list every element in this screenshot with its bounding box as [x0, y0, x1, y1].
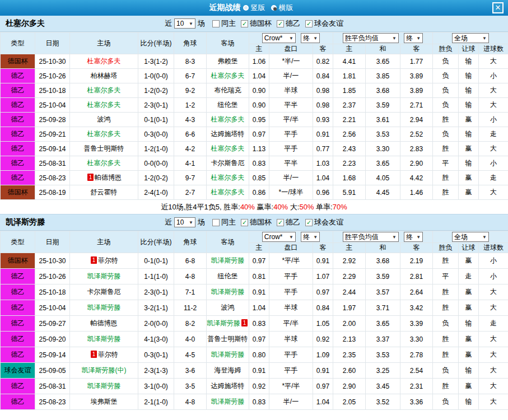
home-team-name[interactable]: 杜塞尔多夫 [87, 101, 121, 109]
away-team-name[interactable]: 凯泽斯劳滕 [211, 351, 245, 358]
euro-draw-odds: 3.53 [366, 347, 400, 363]
checkbox-checked-icon[interactable]: ✓ [241, 20, 248, 27]
checkbox-checked-icon[interactable]: ✓ [305, 219, 313, 226]
close-icon[interactable]: ✕ [492, 2, 504, 13]
home-team-name[interactable]: 普鲁士明斯特 [84, 144, 124, 152]
league-badge: 德乙 [1, 394, 35, 410]
filter-checkbox[interactable]: 同主 [212, 217, 236, 227]
away-team-name[interactable]: 达姆施塔特 [211, 130, 245, 138]
checkbox-checked-icon[interactable]: ✓ [277, 219, 284, 226]
match-date: 25-10-30 [35, 54, 70, 69]
away-team-name[interactable]: 弗赖堡 [218, 57, 238, 65]
home-team-name[interactable]: 凯泽斯劳滕(中) [82, 366, 127, 374]
result-goals: 大 [479, 83, 508, 98]
away-team-name[interactable]: 海登海姆 [215, 366, 241, 374]
home-team-name[interactable]: 杜塞尔多夫 [87, 86, 121, 94]
result-handicap: 赢 [459, 347, 479, 363]
home-team-name[interactable]: 波鸿 [97, 115, 111, 123]
away-team-name[interactable]: 布伦瑞克 [215, 86, 241, 94]
away-team-name[interactable]: 杜塞尔多夫 [211, 144, 245, 152]
subcol-handicap: 盘口 [269, 243, 313, 253]
asian-home-odds: 1.13 [249, 142, 269, 156]
home-team-name[interactable]: 帕德博恩 [95, 174, 122, 181]
away-team-cell: 卡尔斯鲁厄 [207, 156, 249, 171]
subcol-euro-away: 客 [400, 243, 433, 253]
home-team-name[interactable]: 凯泽斯劳滕 [87, 382, 121, 390]
home-team-cell: 柏林赫塔 [70, 69, 138, 83]
vertical-layout-radio[interactable] [243, 5, 249, 11]
final-odds-select[interactable]: 终▼ [301, 232, 320, 242]
wdl-mean-select[interactable]: 胜平负均值▼ [343, 33, 399, 43]
home-team-name[interactable]: 杜塞尔多夫 [87, 57, 121, 65]
away-team-name[interactable]: 凯泽斯劳滕 [207, 319, 240, 327]
home-team-name[interactable]: 凯泽斯劳滕 [87, 304, 121, 311]
checkbox-unchecked-icon[interactable] [212, 219, 220, 226]
home-team-cell: 凯泽斯劳滕 [70, 300, 138, 316]
home-team-name[interactable]: 菲尔特 [98, 256, 118, 264]
home-team-name[interactable]: 杜塞尔多夫 [87, 130, 121, 138]
filter-checkbox[interactable]: ✓球会友谊 [305, 18, 343, 29]
filter-checkbox[interactable]: ✓德国杯 [241, 18, 272, 29]
away-team-name[interactable]: 凯泽斯劳滕 [211, 256, 245, 264]
home-team-name[interactable]: 菲尔特 [98, 351, 118, 358]
match-row: 德乙 25-08-23 1帕德博恩 1-2(0-2) 9-7 杜塞尔多夫 0.8… [1, 171, 508, 185]
away-team-name[interactable]: 卡尔斯鲁厄 [211, 159, 245, 167]
match-row: 德乙 25-10-18 卡尔斯鲁厄 2-3(0-1) 7-1 凯泽斯劳滕 0.9… [1, 284, 508, 300]
away-team-name[interactable]: 波鸿 [221, 304, 235, 311]
filter-checkbox[interactable]: ✓球会友谊 [305, 217, 343, 227]
horizontal-layout-radio[interactable] [271, 5, 277, 11]
result-handicap: 输 [459, 54, 479, 69]
checkbox-checked-icon[interactable]: ✓ [305, 20, 313, 27]
odds-company-select[interactable]: Crow*▼ [262, 33, 296, 43]
games-count-select[interactable]: 10▼ [174, 217, 195, 227]
final-odds-select-2[interactable]: 终▼ [404, 33, 423, 43]
games-count-select[interactable]: 10▼ [174, 18, 195, 29]
result-handicap: 输 [459, 127, 479, 142]
full-match-select[interactable]: 全场▼ [452, 33, 489, 43]
home-team-name[interactable]: 埃弗斯堡 [91, 398, 118, 405]
score: 2-3(0-1) [138, 98, 174, 113]
home-team-name[interactable]: 凯泽斯劳滕 [87, 272, 121, 280]
checkbox-unchecked-icon[interactable] [212, 20, 220, 27]
final-odds-select[interactable]: 终▼ [301, 33, 320, 43]
away-team-name[interactable]: 凯泽斯劳滕 [211, 398, 245, 405]
asian-away-odds: 0.84 [313, 69, 333, 83]
checkbox-checked-icon[interactable]: ✓ [277, 20, 284, 27]
away-team-name[interactable]: 普鲁士明斯特 [208, 335, 248, 343]
away-team-name[interactable]: 纽伦堡 [218, 272, 238, 280]
chevron-down-icon: ▼ [313, 235, 318, 240]
filter-checkbox[interactable]: ✓德乙 [277, 217, 300, 227]
vertical-layout-label[interactable]: 竖版 [251, 3, 265, 13]
full-match-select[interactable]: 全场▼ [452, 232, 489, 242]
score: 2-4(1-0) [138, 185, 174, 200]
away-team-name[interactable]: 杜塞尔多夫 [211, 174, 245, 181]
away-team-name[interactable]: 纽伦堡 [218, 101, 238, 109]
home-team-name[interactable]: 卡尔斯鲁厄 [87, 288, 121, 296]
final-odds-select-2[interactable]: 终▼ [404, 232, 423, 242]
home-team-name[interactable]: 舒云霍特 [91, 188, 118, 196]
horizontal-layout-label[interactable]: 横版 [279, 3, 293, 13]
away-team-name[interactable]: 杜塞尔多夫 [211, 72, 245, 80]
match-date: 25-09-05 [35, 363, 70, 379]
home-team-name[interactable]: 帕德博恩 [91, 319, 118, 327]
filter-checkbox[interactable]: ✓德国杯 [241, 217, 272, 227]
filter-checkbox[interactable]: ✓德乙 [277, 18, 300, 29]
home-team-name[interactable]: 凯泽斯劳滕 [87, 335, 121, 343]
away-team-name[interactable]: 杜塞尔多夫 [211, 115, 245, 123]
checkbox-checked-icon[interactable]: ✓ [241, 219, 248, 226]
corners: 3-6 [174, 363, 207, 379]
wdl-mean-select[interactable]: 胜平负均值▼ [343, 232, 399, 242]
euro-draw-odds: 3.65 [366, 156, 400, 171]
home-team-name[interactable]: 柏林赫塔 [91, 72, 118, 80]
summary-text: 40% [240, 203, 255, 211]
away-team-name[interactable]: 杜塞尔多夫 [211, 188, 245, 196]
filter-checkbox[interactable]: 同主 [212, 18, 236, 29]
home-team-cell: 杜塞尔多夫 [70, 54, 138, 69]
home-team-name[interactable]: 杜塞尔多夫 [87, 159, 121, 167]
away-team-name[interactable]: 凯泽斯劳滕 [211, 288, 245, 296]
score: 2-0(0-0) [138, 316, 174, 332]
away-team-name[interactable]: 达姆施塔特 [211, 382, 245, 390]
home-team-cell: 帕德博恩 [70, 316, 138, 332]
odds-company-select[interactable]: Crow*▼ [262, 232, 296, 242]
euro-home-odds: 2.21 [333, 113, 366, 127]
